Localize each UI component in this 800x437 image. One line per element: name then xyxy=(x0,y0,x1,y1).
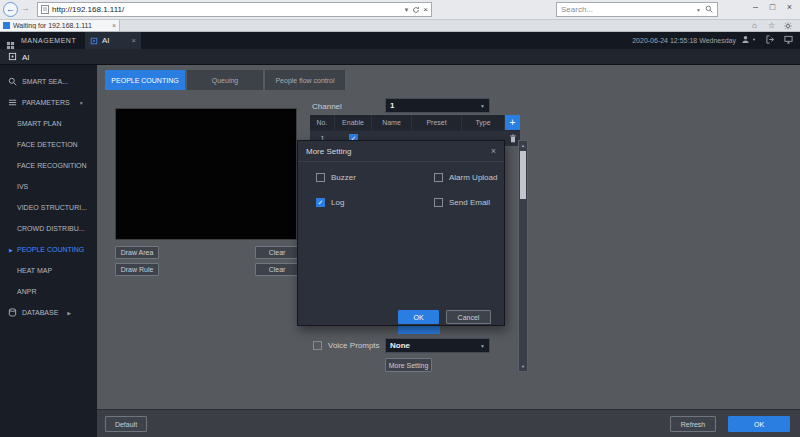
refresh-button[interactable]: Refresh xyxy=(670,416,716,432)
scroll-up-icon[interactable]: ▲ xyxy=(519,141,527,150)
video-preview[interactable] xyxy=(115,108,297,240)
check-icon: ✓ xyxy=(317,199,324,207)
col-header-preset: Preset xyxy=(412,115,462,130)
chevron-down-icon[interactable]: ▼ xyxy=(403,7,409,13)
browser-search-box[interactable]: Search... ▼ xyxy=(556,2,718,17)
voice-prompts-row: ✓ Voice Prompts xyxy=(313,341,380,350)
sidebar-item-label: VIDEO STRUCTURI... xyxy=(17,204,87,211)
search-icon xyxy=(8,77,17,86)
stop-icon[interactable]: × xyxy=(423,5,428,14)
vertical-scrollbar[interactable]: ▲ ▼ xyxy=(518,140,528,372)
log-option: ✓ Log xyxy=(316,198,344,207)
sidebar-item-face-detection[interactable]: FACE DETECTION xyxy=(0,134,97,155)
log-checkbox[interactable]: ✓ xyxy=(316,198,325,207)
browser-toolbar: ← → http://192.168.1.111/ ▼ × Search... … xyxy=(0,0,800,20)
dialog-cancel-button[interactable]: Cancel xyxy=(446,310,491,324)
forward-button[interactable]: → xyxy=(21,3,30,13)
app-title: MANAGEMENT xyxy=(21,37,76,44)
sidebar-item-video-structuring[interactable]: VIDEO STRUCTURI... xyxy=(0,197,97,218)
clear-area-button[interactable]: Clear xyxy=(255,246,299,259)
buzzer-option: ✓ Buzzer xyxy=(316,173,356,182)
maximize-button[interactable]: □ xyxy=(764,0,781,16)
more-setting-button[interactable]: More Setting xyxy=(385,358,432,372)
browser-tab[interactable]: Waiting for 192.168.1.111 × xyxy=(0,20,120,31)
sidebar-item-crowd-distribution[interactable]: CROWD DISTRIBU... xyxy=(0,218,97,239)
more-setting-dialog: More Setting × ✓ Buzzer ✓ Alarm Upload ✓… xyxy=(297,140,505,326)
button-label: Default xyxy=(115,421,137,428)
tab-people-flow-control[interactable]: People flow control xyxy=(265,70,345,90)
close-icon[interactable]: × xyxy=(491,146,496,156)
default-button[interactable]: Default xyxy=(105,416,147,432)
sidebar-item-ivs[interactable]: IVS xyxy=(0,176,97,197)
sidebar-item-label: FACE RECOGNITION xyxy=(17,162,87,169)
logout-icon[interactable] xyxy=(766,35,775,44)
alarm-upload-checkbox[interactable]: ✓ xyxy=(434,173,443,182)
clear-rule-button[interactable]: Clear xyxy=(255,263,299,276)
url-text[interactable]: http://192.168.1.111/ xyxy=(52,5,400,14)
tab-queuing[interactable]: Queuing xyxy=(187,70,263,90)
ok-button[interactable]: OK xyxy=(728,416,790,432)
channel-select[interactable]: 1 ▼ xyxy=(385,98,490,113)
home-icon[interactable]: ⌂ xyxy=(752,21,757,31)
window-controls: – □ × xyxy=(747,0,798,16)
address-bar[interactable]: http://192.168.1.111/ ▼ × xyxy=(37,2,432,17)
close-tab-icon[interactable]: × xyxy=(112,22,116,29)
voice-prompts-checkbox[interactable]: ✓ xyxy=(313,341,322,350)
sidebar-item-label: IVS xyxy=(17,183,28,190)
chevron-down-icon: ▼ xyxy=(79,100,84,106)
scroll-down-icon[interactable]: ▼ xyxy=(519,362,527,371)
close-window-button[interactable]: × xyxy=(781,0,798,16)
sidebar-item-parameters[interactable]: PARAMETERS ▼ xyxy=(0,92,97,113)
minimize-button[interactable]: – xyxy=(747,0,764,16)
col-header-type: Type xyxy=(462,115,505,130)
sidebar-item-anpr[interactable]: ANPR xyxy=(0,281,97,302)
dialog-ok-button[interactable]: OK xyxy=(398,310,439,324)
sidebar-item-label: FACE DETECTION xyxy=(17,141,78,148)
sidebar-item-label: CROWD DISTRIBU... xyxy=(17,225,85,232)
sidebar-item-label: SMART PLAN xyxy=(17,120,61,127)
search-icon[interactable] xyxy=(705,5,713,15)
dialog-title-bar[interactable]: More Setting × xyxy=(298,141,504,162)
button-label: Clear xyxy=(269,249,286,256)
footer-bar: Default Refresh OK xyxy=(97,409,800,437)
chevron-right-icon: ▶ xyxy=(9,247,13,253)
browser-tab-bar: Waiting for 192.168.1.111 × ⌂ ☆ xyxy=(0,20,800,32)
buzzer-checkbox[interactable]: ✓ xyxy=(316,173,325,182)
page-title-bar: AI xyxy=(0,49,800,65)
sidebar-item-face-recognition[interactable]: FACE RECOGNITION xyxy=(0,155,97,176)
delete-icon[interactable] xyxy=(509,134,517,143)
monitor-icon[interactable] xyxy=(784,35,793,44)
sidebar-item-heat-map[interactable]: HEAT MAP xyxy=(0,260,97,281)
voice-prompts-select[interactable]: None ▼ xyxy=(385,338,490,353)
sidebar-item-database[interactable]: DATABASE ▶ xyxy=(0,302,97,323)
sidebar-item-label: ANPR xyxy=(17,288,36,295)
send-email-checkbox[interactable]: ✓ xyxy=(434,198,443,207)
user-icon[interactable]: ▼ xyxy=(741,35,756,44)
dialog-title: More Setting xyxy=(306,147,351,156)
sidebar-item-smart-search[interactable]: SMART SEA... xyxy=(0,71,97,92)
app-tab-ai[interactable]: AI × xyxy=(85,32,141,49)
scrollbar-thumb[interactable] xyxy=(520,151,526,199)
favorites-star-icon[interactable]: ☆ xyxy=(768,21,775,31)
close-app-tab-icon[interactable]: × xyxy=(131,36,136,45)
sidebar-item-smart-plan[interactable]: SMART PLAN xyxy=(0,113,97,134)
list-icon xyxy=(8,98,17,107)
add-rule-button[interactable]: + xyxy=(505,115,520,130)
alarm-upload-label: Alarm Upload xyxy=(449,173,497,182)
search-placeholder[interactable]: Search... xyxy=(561,5,692,14)
button-label: Cancel xyxy=(458,314,480,321)
screen: ← → http://192.168.1.111/ ▼ × Search... … xyxy=(0,0,800,437)
back-button[interactable]: ← xyxy=(3,2,18,17)
draw-rule-button[interactable]: Draw Rule xyxy=(115,263,159,276)
alarm-upload-option: ✓ Alarm Upload xyxy=(434,173,497,182)
voice-prompts-value: None xyxy=(390,341,480,350)
ai-page-icon xyxy=(8,52,17,61)
chevron-down-icon[interactable]: ▼ xyxy=(696,7,701,13)
tab-people-counting[interactable]: PEOPLE COUNTING xyxy=(105,70,185,90)
sidebar-item-people-counting[interactable]: ▶ PEOPLE COUNTING xyxy=(0,239,97,260)
refresh-icon[interactable] xyxy=(412,6,420,14)
col-header-enable: Enable xyxy=(335,115,372,130)
draw-area-button[interactable]: Draw Area xyxy=(115,246,159,259)
button-label: Draw Area xyxy=(121,249,154,256)
button-label: OK xyxy=(754,421,764,428)
